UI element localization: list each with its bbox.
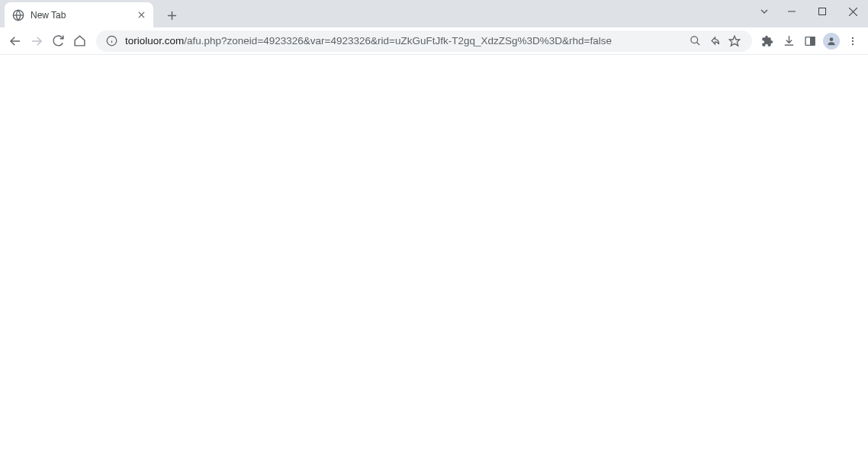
url-display: torioluor.com/afu.php?zoneid=4923326&var… <box>125 35 685 46</box>
toolbar-right <box>757 30 863 52</box>
site-info-icon[interactable] <box>104 34 119 49</box>
url-path: /afu.php?zoneid=4923326&var=4923326&rid=… <box>184 35 612 46</box>
svg-rect-21 <box>811 37 815 45</box>
tab-strip: New Tab <box>0 0 868 27</box>
forward-button[interactable] <box>26 30 47 52</box>
share-icon[interactable] <box>705 31 725 51</box>
url-domain: torioluor.com <box>125 35 184 46</box>
page-content <box>0 55 868 461</box>
svg-rect-7 <box>819 8 826 15</box>
maximize-window-button[interactable] <box>807 0 837 23</box>
search-tabs-button[interactable] <box>752 0 776 23</box>
svg-point-15 <box>690 37 697 43</box>
minimize-window-button[interactable] <box>776 0 807 23</box>
svg-marker-17 <box>729 36 739 46</box>
zoom-icon[interactable] <box>685 31 705 51</box>
svg-line-16 <box>696 43 699 45</box>
tab-title: New Tab <box>31 10 135 21</box>
downloads-button[interactable] <box>778 30 799 52</box>
side-panel-button[interactable] <box>799 30 821 52</box>
close-tab-button[interactable] <box>135 9 147 21</box>
reload-button[interactable] <box>47 30 69 52</box>
back-button[interactable] <box>5 30 26 52</box>
window-controls <box>752 0 868 23</box>
profile-button[interactable] <box>821 30 842 52</box>
extensions-button[interactable] <box>757 30 778 52</box>
profile-avatar-icon <box>823 33 840 50</box>
browser-tab[interactable]: New Tab <box>5 2 153 27</box>
browser-toolbar: torioluor.com/afu.php?zoneid=4923326&var… <box>0 27 868 55</box>
bookmark-icon[interactable] <box>725 31 744 51</box>
close-window-button[interactable] <box>837 0 868 23</box>
svg-point-25 <box>852 43 854 44</box>
svg-point-22 <box>830 37 834 41</box>
svg-point-24 <box>852 40 854 41</box>
new-tab-button[interactable] <box>161 5 182 26</box>
svg-point-23 <box>852 37 854 38</box>
globe-icon <box>12 9 24 21</box>
browser-window: New Tab <box>0 0 868 461</box>
menu-button[interactable] <box>842 30 863 52</box>
address-bar[interactable]: torioluor.com/afu.php?zoneid=4923326&var… <box>96 30 752 52</box>
home-button[interactable] <box>69 30 90 52</box>
